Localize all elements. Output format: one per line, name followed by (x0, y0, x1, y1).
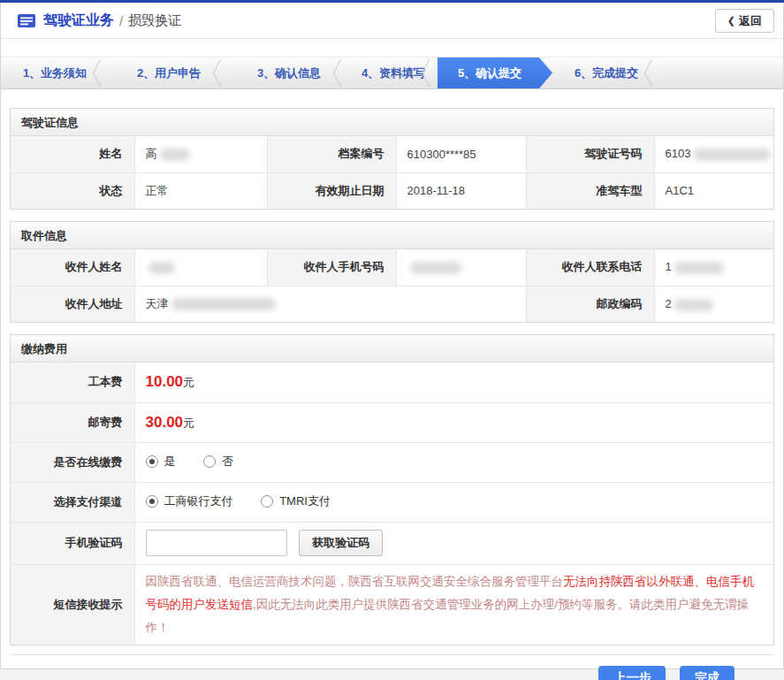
radio-label: 是 (164, 454, 176, 470)
table-row: 状态 正常 有效期止日期 2018-11-18 准驾车型 A1C1 (11, 172, 773, 209)
file-no-label: 档案编号 (267, 136, 396, 172)
sms-tip-label: 短信接收提示 (11, 564, 134, 645)
get-code-button[interactable]: 获取验证码 (299, 530, 383, 556)
redacted-blur (171, 298, 276, 310)
fee-unit: 元 (183, 416, 194, 430)
status-value: 正常 (134, 172, 267, 209)
radio-label: 否 (222, 454, 233, 470)
radio-unchecked-icon[interactable] (203, 455, 216, 468)
address-text: 天津 (146, 297, 169, 310)
recipient-phone-text: 1 (666, 260, 672, 273)
recipient-mobile-label: 收件人手机号码 (267, 249, 396, 286)
step-label: 1、业务须知 (23, 65, 87, 81)
redacted-blur (674, 299, 713, 311)
step-indicator: 1、业务须知 2、用户申告 3、确认信息 4、资料填写 5、确认提交 6、完成提… (1, 57, 783, 89)
back-button[interactable]: ❮ 返回 (715, 9, 774, 33)
license-no-value-text: 6103 (666, 147, 691, 160)
post-fee-value: 30.00元 (134, 402, 773, 442)
postcode-value: 2 (654, 286, 773, 322)
fee-unit: 元 (183, 376, 194, 389)
recipient-phone-value: 1 (654, 249, 773, 286)
channel-tmri-radio[interactable]: TMRI支付 (261, 493, 331, 509)
step-6-finish-submit[interactable]: 6、完成提交 (552, 57, 660, 88)
pickup-info-table: 收件人姓名 收件人手机号码 收件人联系电话 1 收件人地址 天津 邮政编码 2 (11, 249, 773, 322)
main-panel: 驾驶证业务 / 损毁换证 ❮ 返回 1、业务须知 2、用户申告 3、确认信息 4… (0, 3, 784, 669)
radio-label: 工商银行支付 (164, 493, 233, 509)
section-fees: 缴纳费用 工本费 10.00元 邮寄费 30.00元 是否在线缴费 (10, 334, 774, 646)
back-chevron-icon: ❮ (727, 15, 735, 27)
section-license-info: 驾驶证信息 姓名 高 档案编号 610300****85 驾驶证号码 6103 … (10, 108, 774, 210)
redacted-blur (693, 149, 771, 161)
card-fee-amount: 10.00 (146, 373, 184, 390)
license-info-table: 姓名 高 档案编号 610300****85 驾驶证号码 6103 状态 正常 … (11, 136, 773, 209)
table-row: 选择支付渠道 工商银行支付 TMRI支付 (11, 482, 773, 522)
post-fee-label: 邮寄费 (11, 402, 134, 442)
recipient-mobile-value (396, 249, 526, 286)
step-separator-icon (331, 57, 344, 88)
step-label: 5、确认提交 (458, 65, 521, 81)
license-no-value: 6103 (654, 136, 773, 172)
previous-step-button[interactable]: 上一步 (598, 666, 666, 680)
license-no-label: 驾驶证号码 (526, 136, 654, 172)
online-pay-yes-radio[interactable]: 是 (146, 454, 176, 470)
radio-checked-icon[interactable] (146, 455, 158, 468)
step-4-fill-material[interactable]: 4、资料填写 (349, 57, 438, 88)
table-row: 姓名 高 档案编号 610300****85 驾驶证号码 6103 (11, 136, 773, 172)
section-title: 缴纳费用 (11, 335, 773, 363)
page-title: 驾驶证业务 (43, 11, 114, 30)
redacted-blur (160, 149, 190, 161)
address-label: 收件人地址 (11, 286, 134, 322)
sms-tip-text: 因陕西省联通、电信运营商技术问题，陕西省互联网交通安全综合服务管理平台无法向持陕… (134, 564, 773, 645)
name-value: 高 (134, 136, 267, 172)
step-1-business-notice[interactable]: 1、业务须知 (1, 57, 109, 88)
step-label: 3、确认信息 (257, 65, 321, 81)
table-row: 收件人地址 天津 邮政编码 2 (11, 286, 773, 322)
expiry-label: 有效期止日期 (267, 172, 396, 209)
channel-icbc-radio[interactable]: 工商银行支付 (146, 493, 233, 509)
status-label: 状态 (11, 172, 134, 209)
radio-checked-icon[interactable] (146, 495, 158, 508)
footer-actions: 上一步 完成 (10, 654, 774, 680)
expiry-value: 2018-11-18 (396, 172, 526, 209)
table-row: 工本费 10.00元 (11, 363, 773, 402)
table-row: 收件人姓名 收件人手机号码 收件人联系电话 1 (11, 249, 773, 286)
radio-label: TMRI支付 (279, 493, 331, 509)
step-3-confirm-info[interactable]: 3、确认信息 (229, 57, 349, 88)
sms-tip-part1: 因陕西省联通、电信运营商技术问题，陕西省互联网交通安全综合服务管理平台 (146, 575, 564, 588)
finish-button[interactable]: 完成 (680, 666, 735, 680)
postcode-text: 2 (666, 297, 672, 310)
post-fee-amount: 30.00 (146, 414, 184, 431)
sms-code-input[interactable] (146, 530, 287, 556)
step-label: 4、资料填写 (362, 65, 425, 81)
fees-table: 工本费 10.00元 邮寄费 30.00元 是否在线缴费 (11, 363, 773, 645)
page-header: 驾驶证业务 / 损毁换证 ❮ 返回 (1, 3, 783, 39)
table-row: 手机验证码 获取验证码 (11, 522, 773, 564)
step-separator-icon (91, 57, 103, 88)
radio-unchecked-icon[interactable] (261, 495, 273, 508)
page-content: 驾驶证信息 姓名 高 档案编号 610300****85 驾驶证号码 6103 … (1, 108, 783, 646)
online-pay-options: 是 否 (134, 442, 773, 482)
online-pay-no-radio[interactable]: 否 (203, 454, 233, 470)
name-value-text: 高 (146, 147, 157, 160)
sms-code-label: 手机验证码 (11, 522, 134, 564)
redacted-blur (148, 262, 175, 274)
breadcrumb-current: 损毁换证 (128, 12, 181, 29)
pay-channel-label: 选择支付渠道 (11, 482, 134, 522)
breadcrumb-separator: / (119, 13, 123, 28)
step-5-confirm-submit[interactable]: 5、确认提交 (438, 57, 552, 88)
recipient-phone-label: 收件人联系电话 (526, 249, 654, 286)
card-fee-label: 工本费 (11, 363, 134, 402)
recipient-name-value (134, 249, 267, 286)
step-label: 6、完成提交 (575, 65, 638, 81)
table-row: 短信接收提示 因陕西省联通、电信运营商技术问题，陕西省互联网交通安全综合服务管理… (11, 564, 773, 645)
section-title: 驾驶证信息 (11, 109, 773, 136)
address-value: 天津 (134, 286, 526, 322)
table-row: 是否在线缴费 是 否 (11, 442, 773, 482)
section-title: 取件信息 (11, 222, 773, 249)
vehicle-type-value: A1C1 (654, 172, 773, 209)
pay-channel-options: 工商银行支付 TMRI支付 (134, 482, 773, 522)
form-list-icon (17, 13, 36, 28)
redacted-blur (674, 262, 724, 274)
redacted-blur (410, 262, 461, 274)
step-2-user-declaration[interactable]: 2、用户申告 (109, 57, 229, 88)
